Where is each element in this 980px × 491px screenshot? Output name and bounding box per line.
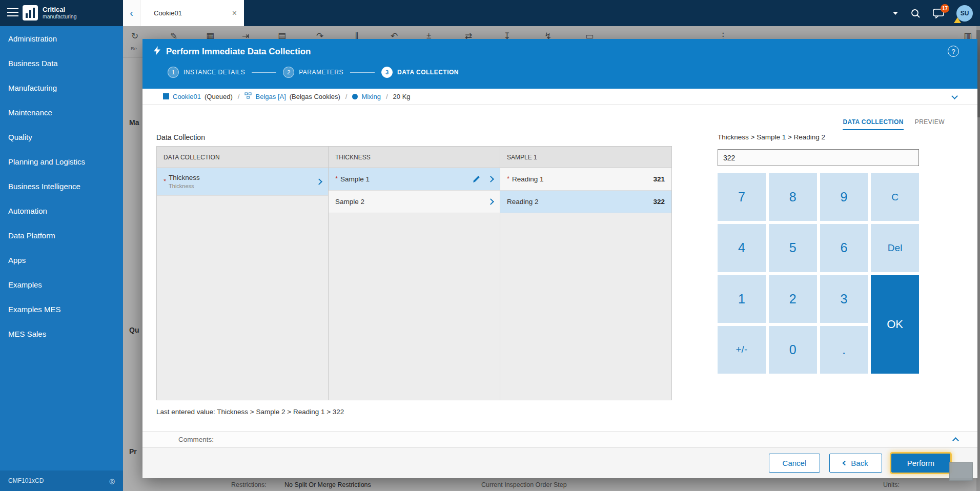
menu-icon[interactable] xyxy=(7,8,19,17)
resource-description: (Belgas Cookies) xyxy=(290,93,340,100)
row-label: Reading 2 xyxy=(507,198,539,206)
column-header-thickness: THICKNESS xyxy=(329,147,500,168)
column-filler xyxy=(500,213,671,400)
row-sample-1[interactable]: Sample 1 xyxy=(329,168,500,191)
sidebar-item-apps[interactable]: Apps xyxy=(0,248,123,272)
key-1[interactable]: 1 xyxy=(718,275,766,323)
wizard-steps: 1 INSTANCE DETAILS 2 PARAMETERS 3 DATA C… xyxy=(168,67,459,78)
cancel-button[interactable]: Cancel xyxy=(769,454,821,473)
avatar[interactable]: SU xyxy=(956,5,973,22)
row-label: Sample 1 xyxy=(340,175,370,183)
tab-strip: ‹ Cookie01 × xyxy=(123,0,244,26)
environment-label: CMF101xCD xyxy=(8,477,44,484)
sidebar-item-administration[interactable]: Administration xyxy=(0,26,123,51)
step-instance-details[interactable]: 1 INSTANCE DETAILS xyxy=(168,67,245,78)
tab-label: Cookie01 xyxy=(154,9,182,17)
key-9[interactable]: 9 xyxy=(820,173,868,221)
row-sublabel: Thickness xyxy=(169,183,200,190)
breadcrumb-separator: / xyxy=(238,93,240,100)
chat-badge: 17 xyxy=(941,4,949,13)
column-thickness: THICKNESS Sample 1 Sample 2 xyxy=(329,147,500,400)
value-input[interactable] xyxy=(718,149,919,166)
edit-pencil-icon[interactable] xyxy=(473,175,480,183)
sidebar-item-manufacturing[interactable]: Manufacturing xyxy=(0,75,123,100)
breadcrumb-resource-link[interactable]: Belgas [A] xyxy=(255,93,285,100)
comments-section: Comments: xyxy=(142,431,977,447)
column-header-data-collection: DATA COLLECTION xyxy=(157,147,328,168)
key-clear[interactable]: C xyxy=(871,173,919,221)
key-2[interactable]: 2 xyxy=(769,275,817,323)
key-4[interactable]: 4 xyxy=(718,224,766,272)
sidebar-item-planning-logistics[interactable]: Planning and Logistics xyxy=(0,149,123,174)
tab-cookie01[interactable]: Cookie01 × xyxy=(140,0,244,26)
sidebar-item-quality[interactable]: Quality xyxy=(0,125,123,149)
sidebar-item-examples-mes[interactable]: Examples MES xyxy=(0,297,123,321)
warning-badge-icon xyxy=(954,17,961,23)
key-decimal[interactable]: . xyxy=(820,326,868,374)
key-7[interactable]: 7 xyxy=(718,173,766,221)
brand-subtitle: manufacturing xyxy=(43,14,77,19)
chevron-left-icon xyxy=(843,461,848,466)
brand-name: Critical xyxy=(43,6,77,13)
required-marker xyxy=(507,175,512,183)
dialog-header: Perform Immediate Data Collection ? 1 IN… xyxy=(142,39,977,89)
required-marker xyxy=(164,178,169,186)
breadcrumb-material-link[interactable]: Cookie01 xyxy=(173,93,201,100)
row-label: Reading 1 xyxy=(512,175,544,183)
row-reading-2[interactable]: Reading 2 322 xyxy=(500,191,671,213)
search-icon[interactable] xyxy=(910,8,921,18)
sidebar-item-data-platform[interactable]: Data Platform xyxy=(0,223,123,248)
breadcrumb-separator: / xyxy=(345,93,348,100)
resource-icon xyxy=(244,92,252,100)
tab-scroll-left-icon[interactable]: ‹ xyxy=(123,0,140,26)
step-number: 2 xyxy=(283,67,294,78)
sidebar-item-automation[interactable]: Automation xyxy=(0,198,123,223)
perform-button[interactable]: Perform xyxy=(891,454,950,473)
breadcrumb-step-link[interactable]: Mixing xyxy=(361,93,381,100)
tab-close-icon[interactable]: × xyxy=(232,9,237,18)
key-delete[interactable]: Del xyxy=(871,224,919,272)
key-0[interactable]: 0 xyxy=(769,326,817,374)
required-marker xyxy=(335,175,340,183)
cursor-artifact xyxy=(949,462,973,481)
editor-path-label: Thickness > Sample 1 > Reading 2 xyxy=(718,133,825,141)
material-state: (Queued) xyxy=(205,93,233,100)
sidebar-item-examples[interactable]: Examples xyxy=(0,272,123,297)
help-icon[interactable]: ? xyxy=(948,46,959,57)
key-ok[interactable]: OK xyxy=(871,275,919,374)
sidebar-item-business-intelligence[interactable]: Business Intelligence xyxy=(0,174,123,198)
sidebar-item-business-data[interactable]: Business Data xyxy=(0,51,123,75)
step-number: 3 xyxy=(381,67,393,78)
chevron-up-icon[interactable] xyxy=(952,437,959,444)
row-reading-1[interactable]: Reading 1 321 xyxy=(500,168,671,191)
chevron-down-icon[interactable] xyxy=(951,93,958,99)
section-title: Data Collection xyxy=(156,133,205,141)
row-label: Thickness xyxy=(169,174,200,182)
step-connector xyxy=(252,72,276,73)
quantity-value: 20 Kg xyxy=(393,93,411,100)
numeric-keypad: 7 8 9 C 4 5 6 Del 1 2 3 OK +/- 0 . xyxy=(718,173,919,374)
tab-preview[interactable]: PREVIEW xyxy=(915,118,945,130)
step-parameters[interactable]: 2 PARAMETERS xyxy=(283,67,343,78)
step-label: PARAMETERS xyxy=(299,69,343,76)
step-data-collection[interactable]: 3 DATA COLLECTION xyxy=(381,67,459,78)
tab-data-collection[interactable]: DATA COLLECTION xyxy=(843,118,903,130)
chat-icon[interactable]: 17 xyxy=(933,8,944,18)
dialog-title: Perform Immediate Data Collection xyxy=(166,47,311,57)
key-8[interactable]: 8 xyxy=(769,173,817,221)
top-bar: Critical manufacturing ‹ Cookie01 × 17 S… xyxy=(0,0,980,26)
lightning-icon xyxy=(154,46,160,57)
key-5[interactable]: 5 xyxy=(769,224,817,272)
row-thickness[interactable]: Thickness Thickness xyxy=(157,168,328,196)
back-button[interactable]: Back xyxy=(829,454,882,473)
row-sample-2[interactable]: Sample 2 xyxy=(329,191,500,213)
last-entered-value: Last entered value: Thickness > Sample 2… xyxy=(156,408,344,416)
key-3[interactable]: 3 xyxy=(820,275,868,323)
sidebar-item-maintenance[interactable]: Maintenance xyxy=(0,100,123,125)
sidebar-item-mes-sales[interactable]: MES Sales xyxy=(0,321,123,346)
dropdown-caret-icon[interactable] xyxy=(893,12,898,15)
reading-value: 321 xyxy=(653,175,665,183)
connection-status-icon: ◎ xyxy=(109,477,115,485)
key-plus-minus[interactable]: +/- xyxy=(718,326,766,374)
key-6[interactable]: 6 xyxy=(820,224,868,272)
